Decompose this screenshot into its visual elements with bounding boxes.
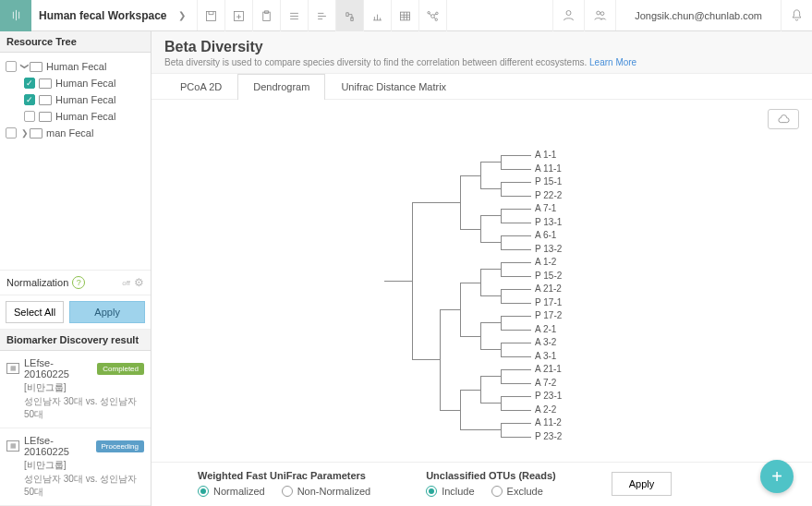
radio-include[interactable]: Include: [426, 486, 474, 497]
tab-unifrac-distance-matrix[interactable]: Unifrac Distance Matrix: [325, 74, 462, 99]
normalization-label: Normalization: [6, 277, 68, 288]
bell-icon[interactable]: [781, 0, 812, 31]
dendro-leaf-label: A 3-2: [535, 337, 556, 347]
help-icon[interactable]: ?: [72, 276, 85, 289]
tree-label: man Fecal: [46, 127, 93, 139]
tree-label: Human Fecal: [55, 94, 115, 105]
tree-label: Human Fecal: [55, 111, 115, 122]
chevron-right-icon[interactable]: ❯: [20, 128, 30, 138]
checkbox[interactable]: [6, 127, 17, 139]
biomarker-detail: 성인남자 30대 vs. 성인남자 50대: [24, 395, 144, 421]
biomarker-name: LEfse-20160225: [24, 435, 96, 457]
dendro-leaf-label: P 23-2: [535, 431, 562, 441]
toolbar-list-icon[interactable]: [281, 0, 309, 31]
dendro-leaf-label: P 23-1: [535, 391, 562, 401]
toolbar-network-icon[interactable]: [419, 0, 447, 31]
tab-dendrogram[interactable]: Dendrogram: [237, 74, 325, 100]
toolbar-clipboard-icon[interactable]: [253, 0, 281, 31]
dendro-leaf-label: P 17-2: [535, 310, 562, 320]
svg-point-9: [566, 11, 571, 16]
svg-point-11: [600, 12, 604, 16]
checkbox[interactable]: [6, 61, 17, 72]
dendro-leaf-label: A 21-2: [535, 283, 562, 294]
tree-root[interactable]: ❯ Human Fecal: [4, 58, 147, 75]
folder-icon: [39, 78, 52, 89]
radio-exclude[interactable]: Exclude: [491, 486, 543, 497]
sidebar-apply-button[interactable]: Apply: [69, 301, 145, 323]
select-all-button[interactable]: Select All: [6, 301, 64, 323]
svg-rect-4: [400, 12, 409, 20]
checkbox[interactable]: ✓: [24, 94, 35, 105]
folder-icon: [39, 95, 52, 105]
radio-label: Normalized: [213, 486, 265, 497]
fab-add-button[interactable]: +: [760, 460, 794, 493]
status-badge: Proceeding: [96, 440, 144, 452]
dendro-leaf-label: A 2-1: [535, 324, 556, 334]
tree-child[interactable]: ✓Human Fecal: [22, 75, 147, 91]
biomarker-header: Biomarker Discovery result: [0, 330, 151, 351]
table-icon: ▦: [6, 363, 19, 374]
page-description: Beta diversity is used to compare specie…: [164, 57, 799, 67]
checkbox[interactable]: [24, 111, 35, 122]
dendro-leaf-label: P 17-1: [535, 297, 562, 307]
tab-pcoa-2d[interactable]: PCoA 2D: [164, 74, 237, 99]
biomarker-group: [비만그룹]: [24, 381, 144, 394]
dendro-leaf-label: A 1-1: [535, 150, 556, 160]
toolbar-chart-icon[interactable]: [364, 0, 392, 31]
workspace-dropdown[interactable]: ❯: [175, 10, 197, 20]
dendro-leaf-label: A 21-1: [535, 364, 562, 374]
bottom-apply-button[interactable]: Apply: [612, 472, 673, 496]
dendro-leaf-label: P 15-1: [535, 176, 562, 187]
folder-icon: [30, 128, 42, 139]
gear-icon[interactable]: ⚙: [134, 276, 144, 289]
learn-more-link[interactable]: Learn More: [589, 57, 636, 67]
radio-label: Include: [442, 486, 474, 497]
tree-label: Human Fecal: [55, 78, 115, 89]
checkbox[interactable]: ✓: [24, 78, 35, 89]
radio-icon: [426, 486, 437, 497]
app-logo: [0, 0, 31, 31]
dendro-leaf-label: A 11-1: [535, 163, 562, 174]
folder-icon: [30, 62, 42, 72]
biomarker-item[interactable]: ▦LEfse-20160225Completed[비만그룹]성인남자 30대 v…: [0, 351, 151, 428]
user-email: Jongsik.chun@chunlab.com: [615, 0, 781, 30]
dendro-leaf-label: A 7-2: [535, 378, 556, 388]
radio-normalized[interactable]: Normalized: [198, 486, 265, 497]
resource-tree-header: Resource Tree: [0, 31, 151, 53]
dendro-leaf-label: A 7-1: [535, 203, 556, 213]
radio-non-normalized[interactable]: Non-Normalized: [282, 486, 370, 497]
dendro-leaf-label: P 13-2: [535, 244, 562, 254]
workspace-name: Human fecal Workspace: [31, 9, 175, 22]
toolbar-grid-icon[interactable]: [392, 0, 419, 31]
dendro-leaf-label: P 15-2: [535, 271, 562, 281]
user-single-icon[interactable]: [552, 0, 584, 31]
table-icon: ▦: [6, 440, 19, 452]
user-group-icon[interactable]: [584, 0, 615, 31]
toolbar-align-icon[interactable]: [309, 0, 336, 31]
page-title: Beta Diversity: [164, 39, 799, 55]
biomarker-item[interactable]: ▦LEfse-20160225Proceeding[비만그룹]성인남자 30대 …: [0, 428, 151, 506]
biomarker-group: [비만그룹]: [24, 459, 144, 472]
toolbar-saveas-icon[interactable]: [225, 0, 253, 31]
dendro-leaf-label: P 13-1: [535, 217, 562, 227]
radio-label: Exclude: [507, 486, 543, 497]
dendro-leaf-label: P 22-2: [535, 190, 562, 200]
dendro-leaf-label: A 6-1: [535, 230, 556, 240]
tree-child[interactable]: ✓Human Fecal: [22, 91, 147, 108]
param-otu-title: Unclassified OTUs (Reads): [426, 470, 556, 481]
toolbar-save-icon[interactable]: [198, 0, 225, 31]
dendro-leaf-label: A 11-2: [535, 417, 562, 428]
tree-child[interactable]: Human Fecal: [22, 108, 147, 125]
dendro-leaf-label: A 1-2: [535, 257, 556, 267]
radio-icon: [282, 486, 293, 497]
folder-icon: [39, 112, 52, 122]
normalization-state: off: [122, 279, 130, 287]
biomarker-name: LEfse-20160225: [24, 357, 97, 380]
tree-label: Human Fecal: [46, 61, 106, 72]
cloud-export-button[interactable]: [768, 109, 799, 129]
chevron-down-icon[interactable]: ❯: [20, 62, 30, 71]
tree-sibling[interactable]: ❯ man Fecal: [4, 125, 147, 141]
biomarker-detail: 성인남자 30대 vs. 성인남자 50대: [24, 473, 144, 499]
radio-label: Non-Normalized: [297, 486, 370, 497]
toolbar-tree-icon[interactable]: [336, 0, 364, 31]
